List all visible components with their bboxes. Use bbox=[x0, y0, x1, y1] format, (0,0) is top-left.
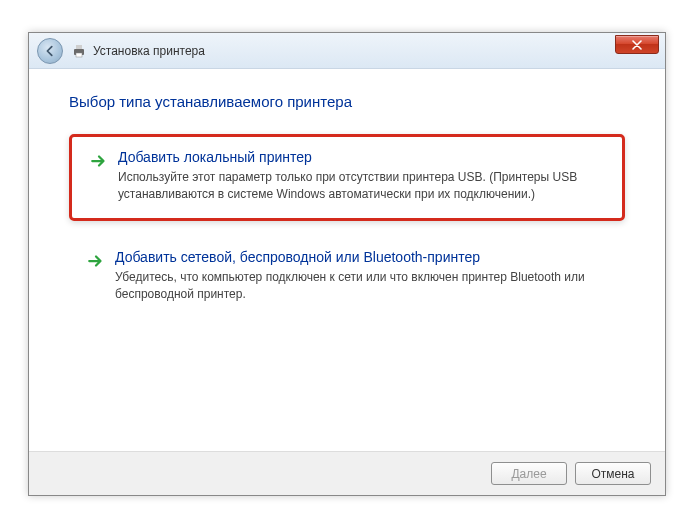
content-area: Выбор типа устанавливаемого принтера Доб… bbox=[29, 69, 665, 318]
arrow-right-icon bbox=[87, 252, 105, 274]
arrow-right-icon bbox=[90, 152, 108, 174]
printer-icon bbox=[71, 43, 87, 59]
back-arrow-icon bbox=[43, 44, 57, 58]
window-title: Установка принтера bbox=[93, 44, 205, 58]
option-title: Добавить локальный принтер bbox=[118, 149, 604, 165]
option-description: Используйте этот параметр только при отс… bbox=[118, 169, 604, 204]
option-description: Убедитесь, что компьютер подключен к сет… bbox=[115, 269, 607, 304]
close-icon bbox=[632, 40, 642, 50]
back-button[interactable] bbox=[37, 38, 63, 64]
wizard-window: Установка принтера Выбор типа устанавлив… bbox=[28, 32, 666, 496]
option-title: Добавить сетевой, беспроводной или Bluet… bbox=[115, 249, 607, 265]
option-local-printer[interactable]: Добавить локальный принтер Используйте э… bbox=[69, 134, 625, 221]
cancel-button[interactable]: Отмена bbox=[575, 462, 651, 485]
close-button[interactable] bbox=[615, 35, 659, 54]
svg-rect-2 bbox=[76, 53, 82, 57]
svg-rect-1 bbox=[76, 45, 82, 49]
footer: Далее Отмена bbox=[29, 451, 665, 495]
page-heading: Выбор типа устанавливаемого принтера bbox=[69, 93, 625, 110]
option-network-printer[interactable]: Добавить сетевой, беспроводной или Bluet… bbox=[69, 237, 625, 318]
titlebar: Установка принтера bbox=[29, 33, 665, 69]
next-button[interactable]: Далее bbox=[491, 462, 567, 485]
